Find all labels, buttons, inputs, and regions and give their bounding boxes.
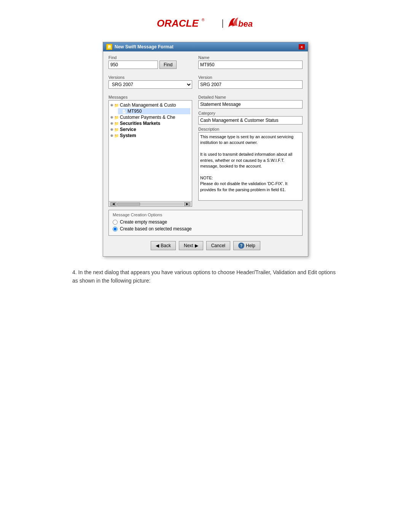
oracle-logo: ORACLE ® xyxy=(157,15,218,30)
name-panel: Name xyxy=(198,55,303,72)
bea-logo: bea xyxy=(228,15,254,30)
dialog-titlebar: 🖹 New Swift Message Format × xyxy=(103,42,308,51)
versions-panel: Versions SRG 2007 SRG 2008 SRG 2009 xyxy=(108,75,192,92)
cancel-button[interactable]: Cancel xyxy=(206,241,230,250)
tree-label-securities: Securities Markets xyxy=(120,121,160,126)
scroll-track xyxy=(117,203,183,206)
file-mt950-icon: 📄 xyxy=(121,109,127,114)
description-label: Description xyxy=(198,127,303,131)
scroll-right-btn[interactable]: ▶ xyxy=(184,202,190,206)
tree-label-customer: Customer Payments & Che xyxy=(120,115,175,120)
expand-service-icon[interactable]: ⊕ xyxy=(110,128,113,131)
button-bar: ◀ Back Next ▶ Cancel ? Help xyxy=(108,240,303,252)
next-arrow-icon: ▶ xyxy=(195,243,198,248)
back-button[interactable]: ◀ Back xyxy=(151,241,176,250)
folder-customer-icon: 📁 xyxy=(114,115,119,120)
versions-section: Versions SRG 2007 SRG 2008 SRG 2009 Vers… xyxy=(108,75,303,92)
footer-text: 4. In the next dialog that appears you h… xyxy=(72,268,339,285)
version-label: Version xyxy=(198,75,303,80)
svg-text:ORACLE: ORACLE xyxy=(157,18,199,29)
tree-item-securities[interactable]: ⊕ 📁 Securities Markets xyxy=(110,120,190,126)
next-button[interactable]: Next ▶ xyxy=(179,241,203,250)
folder-cash-icon: 📁 xyxy=(114,102,119,108)
expand-system-icon[interactable]: ⊕ xyxy=(110,134,113,137)
tree-scrollbar[interactable]: ◀ ▶ xyxy=(109,201,192,206)
category-input[interactable] xyxy=(198,116,303,125)
step-number: 4. xyxy=(72,269,77,275)
tree-item-customer[interactable]: ⊕ 📁 Customer Payments & Che xyxy=(110,114,190,120)
options-section: Message Creation Options Create empty me… xyxy=(108,210,303,236)
folder-service-icon: 📁 xyxy=(114,127,119,132)
tree-item-mt950[interactable]: ⊕ 📄 MT950 xyxy=(118,108,190,114)
folder-system-icon: 📁 xyxy=(114,133,119,138)
tree-label-system: System xyxy=(120,133,136,138)
expand-securities-icon[interactable]: ⊕ xyxy=(110,121,113,125)
help-button[interactable]: ? Help xyxy=(233,241,260,250)
tree-item-service[interactable]: ⊕ 📁 Service xyxy=(110,126,190,133)
tree-label-cash: Cash Management & Custo xyxy=(120,102,176,108)
name-input[interactable] xyxy=(198,61,303,69)
expand-customer-icon[interactable]: ⊕ xyxy=(110,115,113,119)
tree-container[interactable]: ⊕ 📁 Cash Management & Custo ⊕ 📄 MT950 ⊕ … xyxy=(108,100,192,207)
find-button[interactable]: Find xyxy=(159,61,177,69)
find-input[interactable] xyxy=(108,61,158,69)
radio-row-1: Create empty message xyxy=(113,219,298,225)
svg-text:®: ® xyxy=(202,18,205,22)
find-row: Find xyxy=(108,61,192,69)
tree-label-mt950: MT950 xyxy=(127,109,142,114)
version-panel: Version xyxy=(198,75,303,92)
top-section: Find Find Name xyxy=(108,55,303,72)
radio-selected[interactable] xyxy=(113,227,118,232)
expand-mt950-icon: ⊕ xyxy=(118,109,121,113)
radio-empty-label[interactable]: Create empty message xyxy=(120,219,167,225)
radio-selected-label[interactable]: Create based on selected message xyxy=(120,226,192,232)
version-input[interactable] xyxy=(198,80,303,89)
logo-area: ORACLE ® | bea xyxy=(8,8,403,42)
dialog-content: Find Find Name Versions SRG 2007 SRG 200… xyxy=(103,51,308,256)
messages-label: Messages xyxy=(108,95,192,99)
scroll-left-btn[interactable]: ◀ xyxy=(110,202,116,206)
tree-item-system[interactable]: ⊕ 📁 System xyxy=(110,133,190,139)
versions-select[interactable]: SRG 2007 SRG 2008 SRG 2009 xyxy=(108,80,192,89)
detailed-name-label: Detailed Name xyxy=(198,95,303,99)
dialog-icon: 🖹 xyxy=(106,44,112,50)
dialog-window: 🖹 New Swift Message Format × Find Find N… xyxy=(103,42,308,257)
middle-section: Messages ⊕ 📁 Cash Management & Custo ⊕ 📄… xyxy=(108,95,303,207)
titlebar-left: 🖹 New Swift Message Format xyxy=(106,44,174,50)
name-label: Name xyxy=(198,55,303,60)
messages-panel: Messages ⊕ 📁 Cash Management & Custo ⊕ 📄… xyxy=(108,95,192,207)
detailed-name-input[interactable] xyxy=(198,100,303,109)
svg-text:bea: bea xyxy=(238,19,253,29)
options-section-label: Message Creation Options xyxy=(113,212,298,217)
scroll-thumb[interactable] xyxy=(117,203,140,206)
dialog-title: New Swift Message Format xyxy=(115,44,174,50)
find-panel: Find Find xyxy=(108,55,192,72)
tree-item-cash[interactable]: ⊕ 📁 Cash Management & Custo xyxy=(110,102,190,108)
tree-label-service: Service xyxy=(120,127,136,132)
close-button[interactable]: × xyxy=(299,44,305,50)
category-label: Category xyxy=(198,111,303,115)
help-icon: ? xyxy=(238,243,244,249)
back-arrow-icon: ◀ xyxy=(156,243,159,248)
footer-content: In the next dialog that appears you have… xyxy=(72,269,336,284)
folder-securities-icon: 📁 xyxy=(114,121,119,126)
versions-label: Versions xyxy=(108,75,192,80)
radio-row-2: Create based on selected message xyxy=(113,226,298,232)
radio-empty[interactable] xyxy=(113,220,118,225)
find-label: Find xyxy=(108,55,192,60)
description-textarea[interactable]: This message type is sent by an account … xyxy=(198,132,303,201)
expand-cash-icon[interactable]: ⊕ xyxy=(110,103,113,107)
detail-panel: Detailed Name Category Description This … xyxy=(198,95,303,207)
logo-separator: | xyxy=(221,18,224,28)
